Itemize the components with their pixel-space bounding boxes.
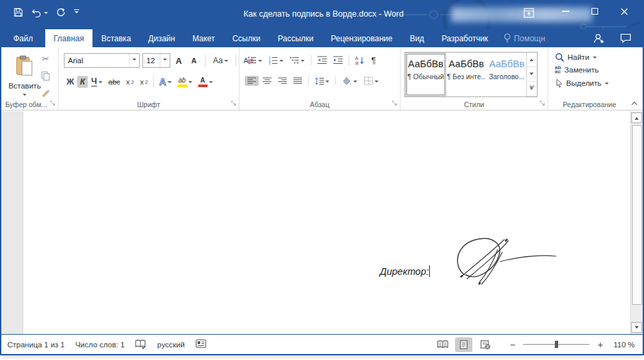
format-painter-icon[interactable]	[39, 87, 53, 98]
tab-file[interactable]: Файл	[1, 29, 45, 47]
close-button[interactable]	[609, 1, 639, 22]
bold-button[interactable]: Ж	[64, 76, 77, 88]
read-mode-button[interactable]	[434, 337, 451, 352]
copy-icon[interactable]	[39, 70, 53, 82]
tab-mailings[interactable]: Рассылки	[269, 29, 322, 47]
style-heading1[interactable]: АаБбВв Заголово...	[488, 54, 526, 95]
paragraph-dialog-launcher[interactable]	[392, 100, 398, 108]
document-text-line[interactable]: Директор:	[380, 266, 430, 277]
grow-font-button[interactable]: A	[173, 55, 186, 67]
align-right-button[interactable]	[275, 76, 289, 86]
zoom-slider-handle[interactable]	[555, 341, 558, 348]
tab-layout[interactable]: Макет	[184, 29, 224, 47]
shading-button[interactable]	[339, 75, 360, 87]
clipboard-small-buttons: ✂	[39, 53, 53, 98]
superscript-button[interactable]: x2	[138, 77, 151, 87]
tab-home[interactable]: Главная	[45, 29, 93, 47]
clipboard-dialog-launcher[interactable]	[50, 100, 56, 108]
print-layout-button[interactable]	[455, 337, 472, 352]
scrollbar-thumb[interactable]	[632, 125, 642, 305]
text-cursor	[429, 266, 430, 277]
word-count[interactable]: Число слов: 1	[75, 341, 124, 349]
align-left-button[interactable]	[245, 76, 259, 86]
bullets-button[interactable]	[245, 55, 265, 66]
minimize-button[interactable]	[551, 1, 580, 22]
maximize-button[interactable]	[580, 1, 609, 22]
line-spacing-button[interactable]	[312, 76, 332, 87]
strikethrough-button[interactable]: abc	[106, 77, 123, 87]
window-controls	[551, 0, 639, 23]
font-dialog-launcher[interactable]	[231, 100, 237, 108]
web-layout-button[interactable]	[476, 337, 494, 352]
shrink-font-button[interactable]: A	[188, 55, 200, 66]
italic-button[interactable]: К	[77, 76, 88, 88]
font-size-combo[interactable]: 12	[142, 53, 170, 68]
borders-button[interactable]	[361, 75, 381, 87]
undo-dropdown[interactable]	[44, 12, 48, 16]
justify-button[interactable]	[291, 76, 305, 86]
paste-dropdown	[23, 94, 27, 98]
comments-icon[interactable]	[613, 30, 637, 47]
window-title: Как сделать подпись в Ворде.docx - Word	[243, 9, 404, 19]
styles-dialog-launcher[interactable]	[540, 100, 546, 108]
font-family-combo[interactable]: Arial	[64, 53, 140, 68]
document-area[interactable]: Директор:	[1, 111, 643, 334]
change-case-button[interactable]: Aa	[210, 55, 231, 67]
redo-button[interactable]	[56, 7, 66, 17]
numbering-button[interactable]: 123	[266, 55, 286, 66]
page-indicator[interactable]: Страница 1 из 1	[7, 341, 65, 349]
subscript-button[interactable]: x2	[124, 77, 137, 87]
styles-group-label: Стили	[401, 100, 548, 108]
editing-group-label: Редактирование	[548, 100, 631, 108]
language-indicator[interactable]: русский	[157, 341, 184, 349]
align-center-button[interactable]	[260, 76, 274, 86]
cut-icon[interactable]: ✂	[39, 53, 52, 65]
highlight-button[interactable]: ab	[175, 76, 195, 89]
decrease-indent-button[interactable]	[315, 55, 329, 66]
multilevel-list-button[interactable]	[287, 55, 307, 66]
scroll-down-button[interactable]	[631, 322, 642, 333]
keyboard-language-icon[interactable]	[196, 339, 206, 349]
zoom-in-button[interactable]: +	[596, 339, 604, 350]
tab-insert[interactable]: Вставка	[92, 29, 140, 47]
zoom-level[interactable]: 110 %	[613, 341, 635, 349]
style-normal[interactable]: АаБбВв ¶ Обычный	[406, 54, 445, 95]
font-color-button[interactable]: А	[196, 76, 216, 89]
svg-text:А: А	[355, 56, 359, 61]
collapse-ribbon-button[interactable]	[631, 99, 638, 107]
proofing-icon[interactable]	[135, 339, 146, 350]
tell-me-assistant[interactable]: Помощн	[497, 29, 552, 47]
styles-gallery-more[interactable]	[527, 82, 537, 96]
font-size-dropdown[interactable]	[160, 54, 170, 67]
tab-review[interactable]: Рецензирование	[322, 29, 401, 47]
ribbon-display-options-button[interactable]	[522, 6, 536, 19]
font-family-dropdown[interactable]	[129, 54, 139, 67]
replace-button[interactable]: abac Заменить	[555, 66, 609, 75]
select-button[interactable]: Выделить	[555, 79, 609, 88]
word-window: Как сделать подпись в Ворде.docx - Word …	[0, 0, 644, 355]
vertical-scrollbar[interactable]	[630, 111, 643, 334]
undo-button[interactable]	[31, 8, 48, 17]
tab-developer[interactable]: Разработчик	[433, 29, 497, 47]
find-button[interactable]: Найти	[555, 53, 609, 62]
increase-indent-button[interactable]	[331, 55, 345, 66]
text-effects-button[interactable]: А	[156, 75, 174, 89]
styles-scroll-up[interactable]	[527, 53, 537, 67]
sort-button[interactable]: АЯ	[353, 55, 367, 67]
underline-button[interactable]: Ч	[88, 76, 105, 88]
sign-in-icon[interactable]	[587, 30, 611, 47]
save-icon[interactable]	[13, 7, 23, 17]
tab-design[interactable]: Дизайн	[140, 29, 184, 47]
signature-image[interactable]	[451, 232, 563, 292]
show-paragraph-marks-button[interactable]: ¶	[369, 54, 379, 67]
styles-scroll-down[interactable]	[527, 67, 537, 82]
zoom-out-button[interactable]: −	[508, 339, 516, 350]
style-no-spacing[interactable]: АаБбВв ¶ Без инте...	[446, 54, 486, 95]
select-pointer-icon	[555, 79, 563, 88]
zoom-slider[interactable]	[523, 344, 589, 345]
paste-label: Вставить	[9, 82, 41, 90]
customize-qat-button[interactable]	[74, 9, 79, 16]
tab-references[interactable]: Ссылки	[224, 29, 269, 47]
scroll-up-button[interactable]	[631, 112, 642, 123]
tab-view[interactable]: Вид	[401, 29, 433, 47]
